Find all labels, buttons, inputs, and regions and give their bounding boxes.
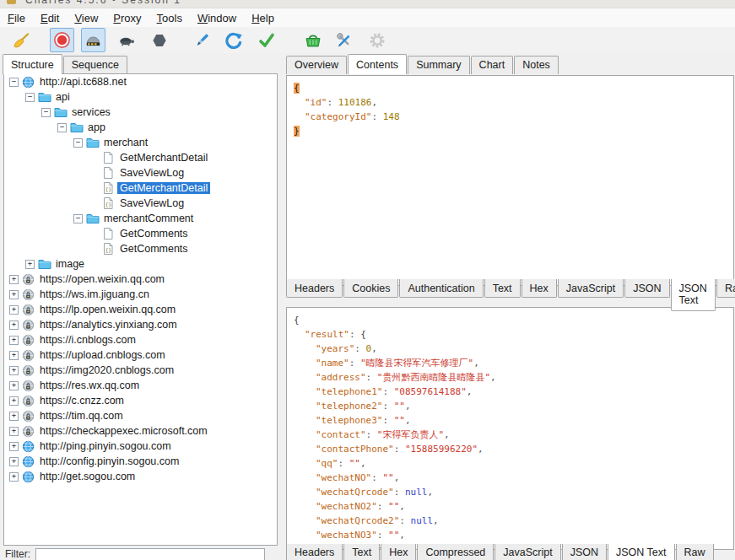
tree-item-label: https://checkappexec.microsoft.com <box>37 425 210 437</box>
request-tab-headers[interactable]: Headers <box>286 279 343 298</box>
record-button[interactable] <box>50 28 74 52</box>
menu-edit[interactable]: Edit <box>33 10 67 26</box>
tree-row[interactable]: +image <box>4 256 277 272</box>
expand-icon[interactable]: + <box>25 260 35 269</box>
request-tab-hex[interactable]: Hex <box>522 279 557 298</box>
viewer-tab-contents[interactable]: Contents <box>348 54 407 74</box>
structure-tab-structure[interactable]: Structure <box>3 54 62 74</box>
tree-row[interactable]: +https://c.cnzz.com <box>4 393 277 408</box>
response-tab-raw[interactable]: Raw <box>676 544 714 560</box>
request-tab-cookies[interactable]: Cookies <box>343 279 398 298</box>
expand-icon[interactable]: + <box>9 412 19 421</box>
breakpoints-button[interactable] <box>147 28 171 52</box>
filter-input[interactable] <box>35 548 265 560</box>
tree-item-label: merchant <box>101 137 150 148</box>
folder-icon <box>38 91 53 103</box>
viewer-tab-notes[interactable]: Notes <box>514 56 559 74</box>
tree-row[interactable]: SaveViewLog <box>4 165 277 180</box>
menu-window[interactable]: Window <box>190 10 244 26</box>
repeat-button[interactable] <box>221 28 246 52</box>
tree-row[interactable]: −merchantComment <box>4 211 277 226</box>
tree-row[interactable]: +https://img2020.cnblogs.com <box>4 363 277 378</box>
tree-row[interactable]: −api <box>4 89 277 105</box>
response-tab-hex[interactable]: Hex <box>381 544 416 560</box>
expand-icon[interactable]: + <box>9 320 19 330</box>
globe-https-icon <box>22 304 37 316</box>
json-line: { <box>287 313 733 327</box>
viewer-tab-summary[interactable]: Summary <box>408 56 469 74</box>
request-tab-text[interactable]: Text <box>484 279 521 298</box>
expand-icon[interactable]: + <box>9 305 19 315</box>
request-tab-json[interactable]: JSON <box>624 279 669 298</box>
request-tab-json-text[interactable]: JSON Text <box>671 279 716 311</box>
collapse-icon[interactable]: − <box>41 108 51 117</box>
settings-button[interactable] <box>332 28 356 52</box>
collapse-icon[interactable]: − <box>57 123 67 132</box>
tree-row[interactable]: −merchant <box>4 135 277 150</box>
expand-icon[interactable]: + <box>9 381 19 390</box>
turtle-button[interactable] <box>114 28 138 52</box>
tree-row[interactable]: GetMerchantDetail <box>4 150 277 165</box>
menu-tools[interactable]: Tools <box>149 10 190 26</box>
tree-row[interactable]: {}GetComments <box>4 241 277 256</box>
collapse-icon[interactable]: − <box>73 214 83 223</box>
tree-row[interactable]: +https://checkappexec.microsoft.com <box>4 423 277 439</box>
gear-button[interactable] <box>365 28 389 52</box>
expand-icon[interactable]: + <box>9 351 19 360</box>
request-tab-authentication[interactable]: Authentication <box>399 279 483 298</box>
expand-icon[interactable]: + <box>9 472 19 482</box>
expand-icon[interactable]: + <box>9 427 19 436</box>
tree-row[interactable]: −app <box>4 120 277 135</box>
tree-row[interactable]: +http://config.pinyin.sogou.com <box>4 454 277 469</box>
expand-icon[interactable]: + <box>9 396 19 406</box>
menu-file[interactable]: File <box>0 10 33 26</box>
tree-row[interactable]: {}SaveViewLog <box>4 196 277 211</box>
json-line: "wechatQrcode2": null, <box>287 514 733 528</box>
request-tab-javascript[interactable]: JavaScript <box>558 279 624 298</box>
tree-row[interactable]: +http://get.sogou.com <box>4 469 277 484</box>
compose-button[interactable] <box>190 28 214 52</box>
tools-button[interactable] <box>300 28 325 52</box>
tree-row[interactable]: +https://upload.cnblogs.com <box>4 347 277 363</box>
throttle-button[interactable] <box>81 28 105 52</box>
folder-icon <box>54 106 69 118</box>
tree-row[interactable]: −services <box>4 105 277 120</box>
collapse-icon[interactable]: − <box>73 138 83 148</box>
response-tab-text[interactable]: Text <box>343 544 380 560</box>
tree-row[interactable]: +https://lp.open.weixin.qq.com <box>4 302 277 317</box>
tree-row[interactable]: +https://i.cnblogs.com <box>4 332 277 347</box>
validate-button[interactable] <box>254 28 278 52</box>
viewer-tab-overview[interactable]: Overview <box>286 56 347 74</box>
response-tab-compressed[interactable]: Compressed <box>417 544 494 560</box>
response-tab-javascript[interactable]: JavaScript <box>495 544 560 560</box>
collapse-icon[interactable]: − <box>25 93 35 102</box>
menu-proxy[interactable]: Proxy <box>105 10 149 26</box>
tree-row[interactable]: +https://open.weixin.qq.com <box>4 272 277 287</box>
doc-json-icon: {} <box>102 181 117 195</box>
expand-icon[interactable]: + <box>9 442 19 451</box>
response-tab-json[interactable]: JSON <box>562 544 607 560</box>
viewer-tab-chart[interactable]: Chart <box>471 56 514 74</box>
expand-icon[interactable]: + <box>9 366 19 375</box>
clear-session-button[interactable] <box>8 28 33 52</box>
menu-help[interactable]: Help <box>244 10 282 26</box>
broom-icon <box>12 31 30 50</box>
collapse-icon[interactable]: − <box>9 78 19 87</box>
tree-row[interactable]: +http://ping.pinyin.sogou.com <box>4 439 277 454</box>
expand-icon[interactable]: + <box>9 457 19 466</box>
response-tab-json-text[interactable]: JSON Text <box>608 544 675 560</box>
response-tab-headers[interactable]: Headers <box>286 544 343 560</box>
expand-icon[interactable]: + <box>9 290 19 299</box>
structure-tab-sequence[interactable]: Sequence <box>63 56 127 74</box>
tree-row[interactable]: {}GetMerchantDetail <box>4 180 277 196</box>
tree-row[interactable]: +https://analytics.yinxiang.com <box>4 317 277 332</box>
tree-row[interactable]: −http://api.tc688.net <box>4 74 277 89</box>
menu-view[interactable]: View <box>67 10 105 26</box>
tree-row[interactable]: +https://ws.im.jiguang.cn <box>4 287 277 302</box>
expand-icon[interactable]: + <box>9 275 19 284</box>
tree-row[interactable]: GetComments <box>4 226 277 241</box>
tree-row[interactable]: +https://tim.qq.com <box>4 408 277 423</box>
expand-icon[interactable]: + <box>9 336 19 345</box>
tree-row[interactable]: +https://res.wx.qq.com <box>4 378 277 393</box>
request-tab-raw[interactable]: Raw <box>716 279 735 298</box>
